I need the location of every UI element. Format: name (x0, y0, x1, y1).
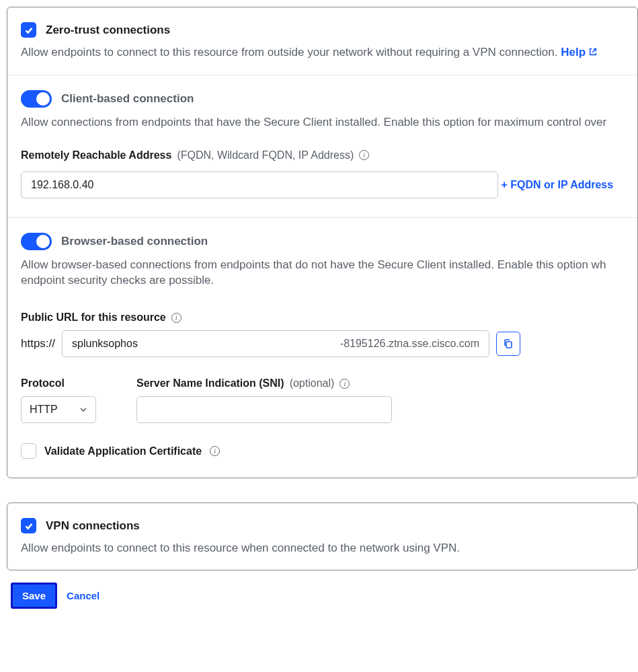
zero-trust-header: Zero-trust connections Allow endpoints t… (7, 7, 637, 75)
protocol-label: Protocol (21, 377, 65, 389)
remote-address-input[interactable] (21, 172, 498, 198)
sni-optional: (optional) (290, 377, 335, 389)
add-fqdn-link[interactable]: + FQDN or IP Address (501, 179, 613, 191)
vpn-desc: Allow endpoints to connect to this resou… (21, 540, 624, 556)
copy-icon (503, 338, 514, 349)
remote-address-label: Remotely Reachable Address (21, 149, 171, 161)
sni-label: Server Name Indication (SNI) (136, 377, 284, 389)
protocol-value: HTTP (30, 404, 58, 416)
zero-trust-desc: Allow endpoints to connect to this resou… (21, 44, 624, 61)
browser-based-title: Browser-based connection (61, 235, 208, 248)
copy-url-button[interactable] (496, 332, 520, 356)
info-icon[interactable]: i (171, 313, 182, 323)
client-based-toggle[interactable] (21, 90, 52, 108)
info-icon[interactable]: i (359, 150, 369, 160)
client-based-title: Client-based connection (61, 92, 194, 106)
vpn-panel: VPN connections Allow endpoints to conne… (7, 502, 638, 570)
browser-based-desc: Allow browser-based connections from end… (21, 257, 624, 289)
browser-based-section: Browser-based connection Allow browser-b… (7, 218, 637, 478)
url-domain-suffix: -8195126.ztna.sse.cisco.com (340, 338, 479, 350)
url-subdomain: splunksophos (72, 338, 138, 350)
vpn-title: VPN connections (46, 519, 140, 533)
url-scheme: https:// (21, 337, 55, 350)
info-icon[interactable]: i (340, 379, 350, 389)
vpn-checkbox[interactable] (21, 518, 36, 533)
svg-rect-0 (506, 342, 512, 348)
client-based-section: Client-based connection Allow connection… (7, 75, 637, 218)
footer-actions: Save Cancel (7, 580, 638, 613)
validate-cert-checkbox[interactable] (21, 443, 36, 459)
zero-trust-checkbox[interactable] (21, 22, 36, 38)
chevron-down-icon (79, 406, 87, 414)
external-link-icon (588, 45, 598, 61)
info-icon[interactable]: i (210, 446, 220, 456)
client-based-desc: Allow connections from endpoints that ha… (21, 114, 624, 130)
validate-cert-label: Validate Application Certificate (44, 445, 202, 457)
zero-trust-panel: Zero-trust connections Allow endpoints t… (7, 7, 638, 478)
vpn-header: VPN connections Allow endpoints to conne… (7, 503, 637, 570)
protocol-select[interactable]: HTTP (21, 396, 96, 423)
sni-input[interactable] (136, 396, 392, 423)
help-link[interactable]: Help (561, 46, 598, 59)
browser-based-toggle[interactable] (21, 233, 52, 250)
remote-address-hint: (FQDN, Wildcard FQDN, IP Address) (177, 149, 354, 161)
save-button[interactable]: Save (11, 583, 57, 609)
public-url-label: Public URL for this resource (21, 311, 166, 324)
public-url-input[interactable]: splunksophos -8195126.ztna.sse.cisco.com (62, 330, 489, 357)
cancel-button[interactable]: Cancel (67, 590, 99, 601)
zero-trust-title: Zero-trust connections (46, 24, 170, 37)
